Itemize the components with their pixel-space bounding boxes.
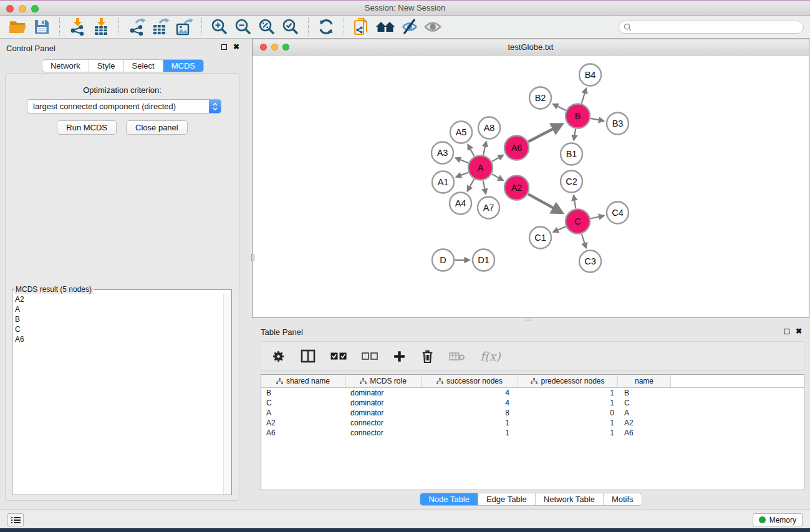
table-row[interactable]: C dominator 4 1 C (261, 398, 804, 408)
zoom-in-button[interactable] (208, 17, 231, 37)
minimize-window-button[interactable] (19, 5, 26, 12)
delete-table-button[interactable] (449, 351, 465, 361)
tab-network-table[interactable]: Network Table (535, 493, 603, 505)
function-builder-button[interactable]: f(x) (480, 349, 501, 363)
criterion-selected-value: largest connected component (directed) (33, 102, 176, 111)
list-item[interactable]: A (15, 304, 223, 314)
network-canvas[interactable]: AA1A2A3A4A5A6A7A8BB1B2B3B4CC1C2C3C4DD1 (253, 56, 809, 317)
graph-edge[interactable] (582, 234, 586, 248)
column-header-successor-nodes[interactable]: successor nodes (422, 375, 518, 387)
graph-edge[interactable] (574, 195, 576, 208)
refresh-button[interactable] (314, 17, 338, 37)
close-window-button[interactable] (6, 5, 14, 12)
search-field[interactable] (619, 21, 804, 34)
list-item[interactable]: A2 (15, 294, 223, 304)
graph-edge[interactable] (582, 89, 586, 104)
graph-edge[interactable] (456, 158, 469, 163)
visibility-button[interactable] (421, 17, 445, 37)
hide-labels-button[interactable] (397, 17, 421, 37)
tab-select[interactable]: Select (123, 60, 163, 72)
close-panel-icon[interactable]: ✖ (233, 44, 239, 50)
graph-node-label: C4 (612, 208, 624, 218)
tab-edge-table[interactable]: Edge Table (478, 493, 535, 505)
export-table-icon (151, 17, 170, 36)
close-network-window-button[interactable] (260, 44, 267, 51)
horizontal-divider-grip[interactable] (526, 319, 532, 321)
graph-edge[interactable] (591, 118, 604, 121)
zoom-network-window-button[interactable] (282, 44, 289, 51)
network-canvas-svg[interactable]: AA1A2A3A4A5A6A7A8BB1B2B3B4CC1C2C3C4DD1 (253, 56, 809, 317)
save-session-button[interactable] (30, 17, 54, 37)
refresh-icon (317, 18, 335, 36)
list-item[interactable]: C (15, 324, 223, 334)
clone-network-button[interactable] (350, 17, 374, 37)
create-column-button[interactable] (393, 350, 406, 363)
table-row[interactable]: A6 connector 1 1 A6 (261, 428, 804, 438)
list-item[interactable]: B (15, 314, 223, 324)
table-row[interactable]: A dominator 8 0 A (261, 408, 804, 418)
tab-node-table[interactable]: Node Table (420, 493, 478, 505)
graph-node-label: A2 (511, 183, 523, 193)
zoom-fit-button[interactable] (255, 17, 279, 37)
graph-edge[interactable] (492, 174, 503, 180)
result-scrollbar[interactable] (223, 294, 231, 495)
panel-divider-grip[interactable] (251, 254, 254, 261)
search-input[interactable] (635, 22, 799, 32)
graph-edge[interactable] (456, 173, 468, 177)
graph-edge[interactable] (553, 226, 566, 232)
select-stepper[interactable] (209, 99, 221, 114)
column-header-predecessor-nodes[interactable]: predecessor nodes (518, 375, 618, 387)
close-panel-button[interactable]: Close panel (126, 120, 188, 135)
export-table-button[interactable] (148, 17, 172, 37)
table-row[interactable]: B dominator 4 1 B (261, 388, 804, 398)
tab-style[interactable]: Style (89, 60, 123, 72)
column-header-mcds-role[interactable]: MCDS role (345, 375, 422, 387)
show-columns-button[interactable] (301, 349, 316, 363)
graph-node-label: A (478, 163, 484, 173)
minimize-network-window-button[interactable] (271, 44, 278, 51)
graph-edge[interactable] (591, 216, 604, 219)
delete-columns-button[interactable] (421, 349, 434, 364)
graph-edge[interactable] (492, 155, 503, 162)
home-button[interactable] (374, 17, 397, 37)
graph-edge[interactable] (574, 129, 576, 140)
graph-edge[interactable] (468, 145, 474, 157)
app-title: Session: New Session (0, 1, 810, 15)
graph-edge[interactable] (468, 179, 475, 191)
import-table-button[interactable] (89, 17, 113, 37)
criterion-select[interactable]: largest connected component (directed) (27, 99, 221, 114)
run-mcds-button[interactable]: Run MCDS (57, 120, 117, 135)
import-network-button[interactable] (65, 17, 89, 37)
column-header-name[interactable]: name (618, 375, 671, 387)
zoom-out-button[interactable] (231, 17, 255, 37)
memory-button[interactable]: Memory (753, 513, 803, 526)
export-network-icon (127, 17, 146, 36)
graph-edge[interactable] (528, 194, 562, 213)
tab-network[interactable]: Network (42, 60, 89, 72)
graph-node-label: B4 (585, 70, 596, 80)
network-window-titlebar[interactable]: testGlobe.txt (253, 39, 809, 56)
close-table-panel-icon[interactable]: ✖ (796, 328, 802, 334)
control-panel-title: Control Panel (6, 44, 55, 53)
deselect-all-columns-button[interactable] (362, 352, 378, 360)
task-history-button[interactable] (7, 513, 24, 526)
export-network-button[interactable] (125, 17, 148, 37)
tab-motifs[interactable]: Motifs (603, 493, 642, 505)
control-panel-header: Control Panel ✖ (0, 39, 246, 57)
graph-edge[interactable] (483, 181, 486, 194)
zoom-selected-button[interactable] (279, 17, 302, 37)
table-row[interactable]: A2 connector 1 1 A2 (261, 418, 804, 428)
export-image-button[interactable] (172, 17, 196, 37)
graph-edge[interactable] (483, 142, 486, 155)
graph-edge[interactable] (553, 104, 566, 110)
table-settings-button[interactable] (271, 349, 286, 364)
open-session-button[interactable] (6, 17, 30, 37)
float-panel-icon[interactable] (221, 44, 227, 50)
zoom-window-button[interactable] (31, 5, 39, 12)
graph-edge[interactable] (528, 124, 562, 142)
float-table-panel-icon[interactable] (784, 329, 789, 334)
tab-mcds[interactable]: MCDS (163, 60, 203, 72)
list-item[interactable]: A6 (15, 334, 223, 344)
select-all-columns-button[interactable] (330, 352, 347, 360)
column-header-shared-name[interactable]: shared name (261, 375, 345, 387)
